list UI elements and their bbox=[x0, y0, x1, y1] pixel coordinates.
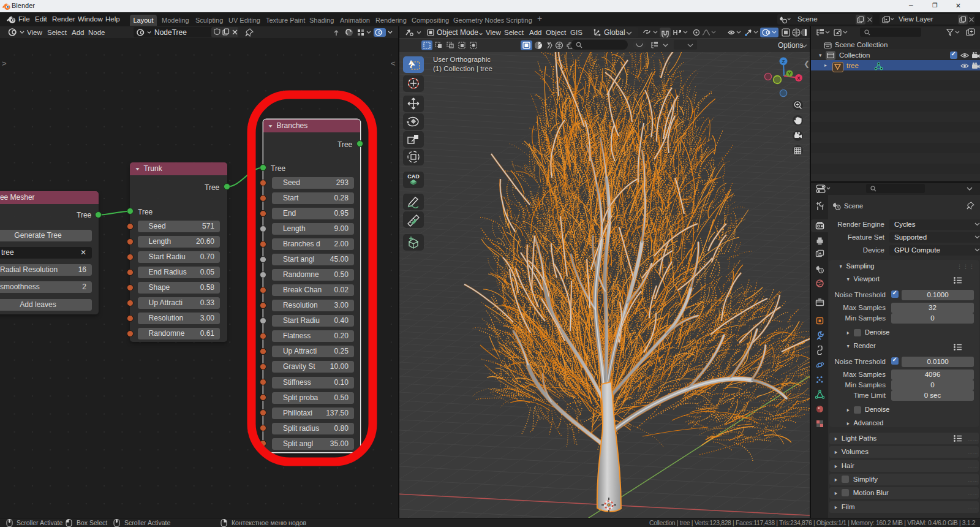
svg-text:CAD: CAD bbox=[407, 173, 420, 180]
svg-text:X: X bbox=[797, 75, 801, 81]
svg-text:Y: Y bbox=[788, 71, 791, 77]
svg-text:Z: Z bbox=[782, 59, 785, 64]
